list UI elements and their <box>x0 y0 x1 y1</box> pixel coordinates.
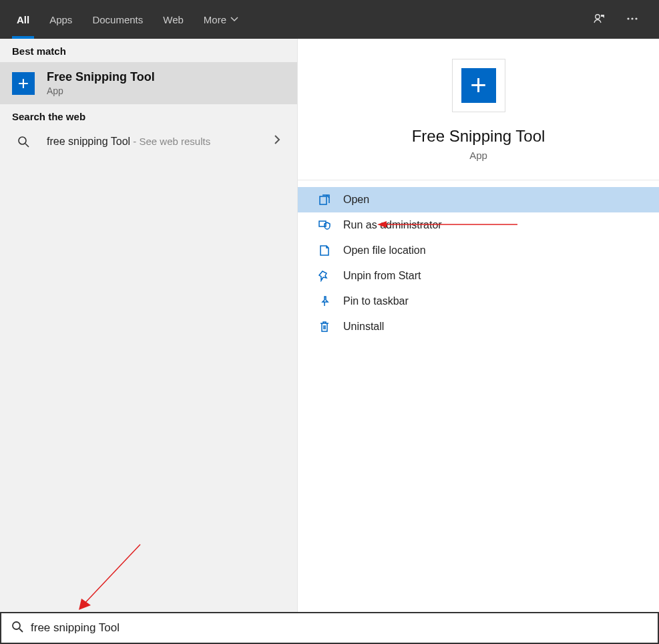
tabs: All Apps Documents Web More <box>7 0 248 39</box>
svg-point-9 <box>13 622 20 629</box>
tab-web-label: Web <box>163 14 184 25</box>
web-result-query: free snipping Tool <box>47 136 130 147</box>
action-open-label: Open <box>343 194 369 206</box>
action-run-admin-label: Run as administrator <box>343 219 442 231</box>
web-search-result[interactable]: free snipping Tool - See web results <box>0 128 297 155</box>
open-icon <box>315 194 334 206</box>
admin-shield-icon <box>315 219 334 231</box>
action-unpin-start[interactable]: Unpin from Start <box>298 263 659 289</box>
chevron-right-icon <box>273 134 285 148</box>
search-input[interactable] <box>29 621 651 635</box>
svg-line-10 <box>19 629 23 632</box>
svg-point-1 <box>627 17 629 19</box>
detail-panel: + Free Snipping Tool App Open <box>298 39 659 612</box>
action-uninstall-label: Uninstall <box>343 321 384 333</box>
tab-all[interactable]: All <box>7 0 39 39</box>
web-result-text: free snipping Tool - See web results <box>47 136 210 148</box>
best-match-text: Free Snipping Tool App <box>47 70 155 96</box>
detail-title: Free Snipping Tool <box>412 127 545 146</box>
search-web-header: Search the web <box>0 104 297 128</box>
tab-more[interactable]: More <box>194 0 248 39</box>
action-unpin-start-label: Unpin from Start <box>343 270 421 282</box>
tab-all-label: All <box>17 14 29 25</box>
web-result-suffix: - See web results <box>130 136 210 147</box>
search-bar[interactable] <box>0 612 659 644</box>
tab-more-label: More <box>204 14 226 25</box>
results-panel: Best match + Free Snipping Tool App Sear… <box>0 39 298 612</box>
action-uninstall[interactable]: Uninstall <box>298 314 659 339</box>
action-open-location[interactable]: Open file location <box>298 238 659 263</box>
detail-subtitle: App <box>469 150 487 161</box>
svg-point-3 <box>635 17 637 19</box>
more-options-icon[interactable] <box>626 12 639 27</box>
search-icon <box>12 135 35 148</box>
detail-header: + Free Snipping Tool App <box>298 39 659 180</box>
pin-taskbar-icon <box>315 295 334 307</box>
svg-point-0 <box>596 14 600 18</box>
trash-icon <box>315 321 334 333</box>
action-run-admin[interactable]: Run as administrator <box>298 212 659 238</box>
svg-line-5 <box>25 144 29 147</box>
search-tabs-bar: All Apps Documents Web More <box>0 0 659 39</box>
tab-apps-label: Apps <box>49 14 72 25</box>
chevron-down-icon <box>230 14 238 25</box>
action-pin-taskbar[interactable]: Pin to taskbar <box>298 289 659 314</box>
topbar-right <box>592 12 652 27</box>
best-match-title: Free Snipping Tool <box>47 70 155 84</box>
search-icon <box>11 620 24 636</box>
plus-icon: + <box>461 68 496 103</box>
svg-rect-6 <box>320 196 326 204</box>
tab-web[interactable]: Web <box>153 0 194 39</box>
plus-icon: + <box>12 72 35 95</box>
folder-icon <box>315 245 334 257</box>
detail-icon-box: + <box>452 59 505 112</box>
action-open[interactable]: Open <box>298 187 659 212</box>
feedback-icon[interactable] <box>592 12 606 27</box>
best-match-header: Best match <box>0 39 297 62</box>
tab-apps[interactable]: Apps <box>39 0 82 39</box>
action-pin-taskbar-label: Pin to taskbar <box>343 295 409 307</box>
tab-documents[interactable]: Documents <box>82 0 153 39</box>
best-match-result[interactable]: + Free Snipping Tool App <box>0 62 297 104</box>
tab-documents-label: Documents <box>92 14 143 25</box>
svg-point-2 <box>631 17 633 19</box>
actions-list: Open Run as administrator Open file loca… <box>298 180 659 339</box>
best-match-subtitle: App <box>47 86 155 96</box>
action-open-location-label: Open file location <box>343 245 426 257</box>
svg-point-4 <box>19 137 26 144</box>
unpin-start-icon <box>315 270 334 282</box>
